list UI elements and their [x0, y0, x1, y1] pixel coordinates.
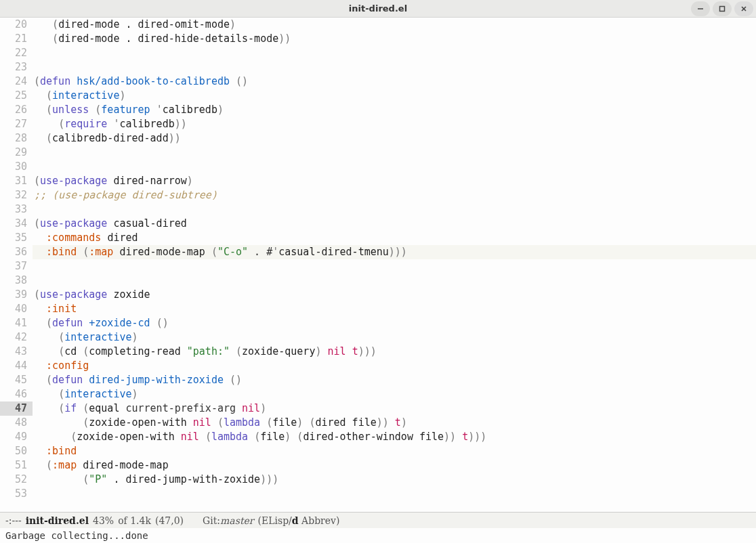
code-line[interactable]: 36 :bind (:map dired-mode-map ("C-o" . #…: [0, 245, 756, 259]
line-content[interactable]: :commands dired: [33, 231, 756, 245]
code-line[interactable]: 22: [0, 46, 756, 60]
code-line[interactable]: 47 (if (equal current-prefix-arg nil): [0, 401, 756, 416]
code-line[interactable]: 45 (defun dired-jump-with-zoxide (): [0, 373, 756, 387]
line-number: 31: [0, 174, 33, 188]
code-line[interactable]: 38: [0, 274, 756, 288]
line-number: 38: [0, 274, 33, 288]
line-number: 35: [0, 231, 33, 245]
code-line[interactable]: 51 (:map dired-mode-map: [0, 458, 756, 473]
line-number: 52: [0, 473, 33, 487]
code-line[interactable]: 50 :bind: [0, 444, 756, 458]
code-line[interactable]: 49 (zoxide-open-with nil (lambda (file) …: [0, 430, 756, 444]
line-content[interactable]: (zoxide-open-with nil (lambda (file) (di…: [33, 430, 756, 444]
line-number: 47: [0, 401, 33, 416]
line-content[interactable]: (dired-mode . dired-hide-details-mode)): [33, 32, 756, 46]
line-content[interactable]: (:map dired-mode-map: [33, 458, 756, 473]
code-line[interactable]: 24(defun hsk/add-book-to-calibredb (): [0, 74, 756, 89]
modeline-percent: 43%: [93, 515, 114, 526]
line-content[interactable]: (interactive): [33, 387, 756, 401]
code-line[interactable]: 42 (interactive): [0, 330, 756, 345]
close-button[interactable]: [734, 1, 753, 16]
line-number: 27: [0, 117, 33, 131]
line-content[interactable]: (if (equal current-prefix-arg nil): [33, 401, 756, 416]
code-line[interactable]: 43 (cd (completing-read "path:" (zoxide-…: [0, 345, 756, 359]
modeline-modes: (ELisp/d Abbrev): [258, 515, 340, 526]
line-content[interactable]: :init: [33, 302, 756, 316]
code-line[interactable]: 53: [0, 487, 756, 501]
line-content[interactable]: [33, 259, 756, 274]
line-number: 30: [0, 160, 33, 174]
line-number: 22: [0, 46, 33, 60]
line-content[interactable]: (use-package dired-narrow): [33, 174, 756, 188]
line-content[interactable]: (interactive): [33, 89, 756, 103]
line-number: 26: [0, 103, 33, 117]
code-line[interactable]: 23: [0, 60, 756, 74]
line-content[interactable]: [33, 487, 756, 501]
line-content[interactable]: ;; (use-package dired-subtree): [33, 188, 756, 202]
line-content[interactable]: :bind (:map dired-mode-map ("C-o" . #'ca…: [33, 245, 756, 259]
line-content[interactable]: (require 'calibredb)): [33, 117, 756, 131]
line-number: 23: [0, 60, 33, 74]
code-line[interactable]: 41 (defun +zoxide-cd (): [0, 316, 756, 330]
line-content[interactable]: [33, 160, 756, 174]
line-number: 53: [0, 487, 33, 501]
line-content[interactable]: (use-package zoxide: [33, 288, 756, 302]
window-title: init-dired.el: [349, 3, 407, 14]
line-content[interactable]: (defun +zoxide-cd (): [33, 316, 756, 330]
line-number: 37: [0, 259, 33, 274]
code-line[interactable]: 21 (dired-mode . dired-hide-details-mode…: [0, 32, 756, 46]
minimize-icon: [697, 5, 704, 12]
code-line[interactable]: 34(use-package casual-dired: [0, 217, 756, 231]
line-content[interactable]: :bind: [33, 444, 756, 458]
line-content[interactable]: (defun hsk/add-book-to-calibredb (): [33, 74, 756, 89]
mode-line[interactable]: -:--- init-dired.el 43% of 1.4k (47,0) G…: [0, 512, 756, 528]
code-line[interactable]: 30: [0, 160, 756, 174]
code-line[interactable]: 48 (zoxide-open-with nil (lambda (file) …: [0, 416, 756, 430]
line-number: 34: [0, 217, 33, 231]
code-line[interactable]: 46 (interactive): [0, 387, 756, 401]
line-content[interactable]: (zoxide-open-with nil (lambda (file) (di…: [33, 416, 756, 430]
code-line[interactable]: 26 (unless (featurep 'calibredb): [0, 103, 756, 117]
code-line[interactable]: 52 ("P" . dired-jump-with-zoxide))): [0, 473, 756, 487]
line-number: 51: [0, 458, 33, 473]
code-line[interactable]: 40 :init: [0, 302, 756, 316]
line-content[interactable]: (dired-mode . dired-omit-mode): [33, 18, 756, 32]
minimize-button[interactable]: [691, 1, 710, 16]
line-number: 41: [0, 316, 33, 330]
maximize-button[interactable]: [713, 1, 732, 16]
code-line[interactable]: 32;; (use-package dired-subtree): [0, 188, 756, 202]
line-number: 39: [0, 288, 33, 302]
code-line[interactable]: 28 (calibredb-dired-add)): [0, 131, 756, 146]
code-line[interactable]: 35 :commands dired: [0, 231, 756, 245]
line-content[interactable]: (interactive): [33, 330, 756, 345]
line-content[interactable]: [33, 202, 756, 217]
line-content[interactable]: [33, 274, 756, 288]
code-line[interactable]: 39(use-package zoxide: [0, 288, 756, 302]
line-content[interactable]: ("P" . dired-jump-with-zoxide))): [33, 473, 756, 487]
line-content[interactable]: (defun dired-jump-with-zoxide (): [33, 373, 756, 387]
line-content[interactable]: (unless (featurep 'calibredb): [33, 103, 756, 117]
code-line[interactable]: 31(use-package dired-narrow): [0, 174, 756, 188]
code-line[interactable]: 20 (dired-mode . dired-omit-mode): [0, 18, 756, 32]
modeline-readonly-indicator: -:---: [5, 515, 22, 526]
editor-area[interactable]: 20 (dired-mode . dired-omit-mode)21 (dir…: [0, 18, 756, 512]
line-content[interactable]: [33, 46, 756, 60]
line-number: 36: [0, 245, 33, 259]
title-bar: init-dired.el: [0, 0, 756, 18]
code-line[interactable]: 25 (interactive): [0, 89, 756, 103]
code-line[interactable]: 27 (require 'calibredb)): [0, 117, 756, 131]
line-content[interactable]: [33, 60, 756, 74]
code-line[interactable]: 33: [0, 202, 756, 217]
code-line[interactable]: 29: [0, 146, 756, 160]
line-number: 28: [0, 131, 33, 146]
line-content[interactable]: (calibredb-dired-add)): [33, 131, 756, 146]
line-number: 21: [0, 32, 33, 46]
line-content[interactable]: [33, 146, 756, 160]
line-content[interactable]: :config: [33, 359, 756, 373]
maximize-icon: [719, 5, 726, 12]
line-content[interactable]: (use-package casual-dired: [33, 217, 756, 231]
echo-message: Garbage collecting...done: [5, 530, 148, 541]
line-content[interactable]: (cd (completing-read "path:" (zoxide-que…: [33, 345, 756, 359]
code-line[interactable]: 37: [0, 259, 756, 274]
code-line[interactable]: 44 :config: [0, 359, 756, 373]
